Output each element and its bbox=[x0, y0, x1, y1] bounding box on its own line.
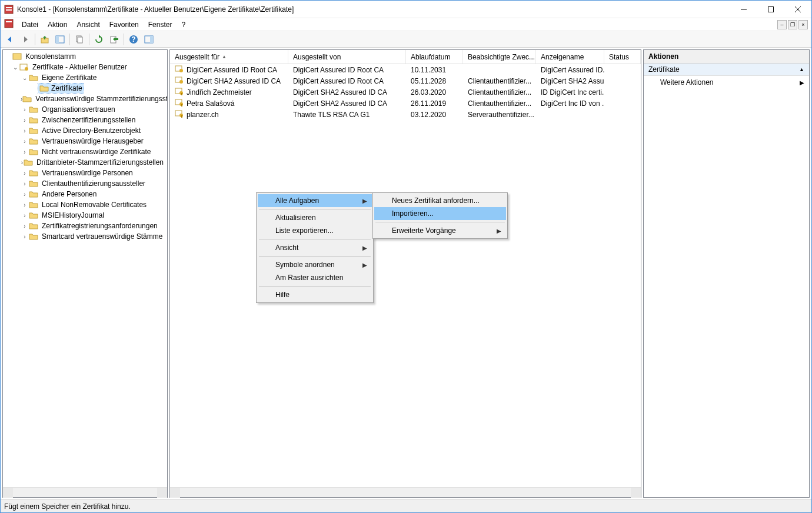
tree-item[interactable]: ›Vertrauenswürdige Personen bbox=[3, 168, 167, 178]
tree-item[interactable]: ›Vertrauenswürdige Herausgeber bbox=[3, 136, 167, 146]
minimize-button[interactable] bbox=[730, 1, 757, 18]
list-hscrollbar[interactable] bbox=[170, 487, 641, 497]
cell-text: Clientauthentifizier... bbox=[463, 77, 536, 85]
col-displayname[interactable]: Anzeigename bbox=[536, 50, 604, 64]
tree-toggle[interactable]: › bbox=[21, 106, 29, 113]
tree-item[interactable]: ›Organisationsvertrauen bbox=[3, 104, 167, 115]
tree-item[interactable]: ›Andere Personen bbox=[3, 189, 167, 199]
actions-more[interactable]: Weitere Aktionen ▶ bbox=[644, 76, 809, 89]
list-row[interactable]: DigiCert Assured ID Root CADigiCert Assu… bbox=[170, 64, 641, 75]
menu-aktion[interactable]: Aktion bbox=[43, 19, 72, 30]
tree[interactable]: Konsolenstamm ⌄ Zertifikate - Aktueller … bbox=[3, 50, 167, 487]
tree-toggle[interactable]: › bbox=[21, 170, 29, 176]
menu-item[interactable]: Liste exportieren... bbox=[258, 224, 372, 237]
menu-item[interactable]: Erweiterte Vorgänge▶ bbox=[374, 224, 506, 237]
tree-hscrollbar[interactable] bbox=[3, 487, 167, 497]
menu-favoriten[interactable]: Favoriten bbox=[105, 19, 144, 30]
show-hide-action-button[interactable] bbox=[142, 32, 156, 46]
menu-fenster[interactable]: Fenster bbox=[144, 19, 177, 30]
submenu-arrow-icon: ▶ bbox=[362, 198, 367, 204]
menu-item[interactable]: Importieren... bbox=[374, 207, 506, 220]
tree-toggle[interactable]: › bbox=[21, 234, 29, 240]
menu-item[interactable]: Alle Aufgaben▶ bbox=[258, 194, 372, 207]
menu-item[interactable]: Ansicht▶ bbox=[258, 241, 372, 254]
menu-item[interactable]: Neues Zertifikat anfordern... bbox=[374, 194, 506, 207]
menu-item[interactable]: Symbole anordnen▶ bbox=[258, 258, 372, 271]
svg-point-21 bbox=[25, 67, 28, 71]
context-submenu: Neues Zertifikat anfordern...Importieren… bbox=[372, 192, 508, 239]
tree-item[interactable]: ›Smartcard vertrauenswürdige Stämme bbox=[3, 231, 167, 242]
col-status[interactable]: Status bbox=[604, 50, 641, 64]
tree-item[interactable]: ›Nicht vertrauenswürdige Zertifikate bbox=[3, 146, 167, 157]
folder-open-icon bbox=[29, 73, 38, 82]
svg-rect-13 bbox=[78, 37, 82, 43]
menu-datei[interactable]: Datei bbox=[17, 19, 43, 30]
show-hide-tree-button[interactable] bbox=[53, 32, 67, 46]
menu-item-label: Neues Zertifikat anfordern... bbox=[392, 196, 480, 205]
menu-item-label: Liste exportieren... bbox=[275, 226, 334, 235]
tree-toggle[interactable]: › bbox=[21, 191, 29, 198]
up-button[interactable] bbox=[38, 32, 52, 46]
tree-toggle[interactable]: › bbox=[21, 149, 29, 155]
export-button[interactable] bbox=[107, 32, 121, 46]
svg-rect-4 bbox=[768, 6, 774, 12]
tree-toggle[interactable]: › bbox=[21, 202, 29, 208]
tree-label: Smartcard vertrauenswürdige Stämme bbox=[42, 232, 162, 241]
tree-zertifikate[interactable]: Zertifikate bbox=[3, 83, 167, 94]
menu-help[interactable]: ? bbox=[177, 19, 190, 30]
tree-root[interactable]: Konsolenstamm bbox=[3, 51, 167, 62]
tree-toggle[interactable]: › bbox=[21, 212, 29, 219]
tree-item[interactable]: ›Zertifikatregistrierungsanforderungen bbox=[3, 221, 167, 231]
list-row[interactable]: planzer.chThawte TLS RSA CA G103.12.2020… bbox=[170, 109, 641, 120]
list-row[interactable]: Jindřich ZechmeisterDigiCert SHA2 Assure… bbox=[170, 86, 641, 98]
tree-panel: Konsolenstamm ⌄ Zertifikate - Aktueller … bbox=[2, 49, 168, 498]
tree-toggle[interactable]: › bbox=[21, 138, 29, 145]
col-issued-by[interactable]: Ausgestellt von bbox=[288, 50, 406, 64]
mdi-close[interactable]: × bbox=[798, 20, 808, 29]
menu-ansicht[interactable]: Ansicht bbox=[72, 19, 104, 30]
tree-toggle[interactable]: › bbox=[21, 181, 29, 187]
mdi-restore[interactable]: ❐ bbox=[788, 20, 797, 29]
help-button[interactable]: ? bbox=[127, 32, 141, 46]
menu-item[interactable]: Aktualisieren bbox=[258, 211, 372, 224]
tree-item[interactable]: ›Clientauthentifizierungsaussteller bbox=[3, 178, 167, 189]
cert-icon bbox=[175, 98, 184, 109]
mdi-controls: – ❐ × bbox=[777, 20, 808, 29]
mdi-minimize[interactable]: – bbox=[777, 20, 787, 29]
tree-cert-user[interactable]: ⌄ Zertifikate - Aktueller Benutzer bbox=[3, 62, 167, 72]
tree-item[interactable]: ›MSIEHistoryJournal bbox=[3, 210, 167, 221]
menu-item[interactable]: Am Raster ausrichten bbox=[258, 271, 372, 284]
tree-item[interactable]: ›Drittanbieter-Stammzertifizierungsstell… bbox=[3, 157, 167, 168]
list-row[interactable]: Petra SalašováDigiCert SHA2 Assured ID C… bbox=[170, 98, 641, 109]
refresh-button[interactable] bbox=[92, 32, 106, 46]
col-expiry[interactable]: Ablaufdatum bbox=[406, 50, 463, 64]
list-panel: Ausgestellt für▲ Ausgestellt von Ablaufd… bbox=[169, 49, 641, 498]
tree-toggle[interactable]: › bbox=[21, 117, 29, 124]
tree-item[interactable]: ›Vertrauenswürdige Stammzertifizierungss… bbox=[3, 94, 167, 104]
tree-own[interactable]: ⌄ Eigene Zertifikate bbox=[3, 72, 167, 83]
forward-button[interactable] bbox=[18, 32, 32, 46]
tree-toggle[interactable]: ⌄ bbox=[21, 75, 29, 81]
maximize-button[interactable] bbox=[757, 1, 784, 18]
sort-asc-icon: ▲ bbox=[222, 54, 227, 59]
tree-item[interactable]: ›Local NonRemovable Certificates bbox=[3, 199, 167, 210]
folder-icon bbox=[29, 147, 38, 156]
actions-group[interactable]: Zertifikate ▲ bbox=[644, 64, 809, 76]
tree-toggle[interactable]: ⌄ bbox=[11, 64, 19, 71]
cell-text: Jindřich Zechmeister bbox=[187, 88, 252, 96]
tree-item[interactable]: ›Zwischenzertifizierungsstellen bbox=[3, 115, 167, 125]
tree-label: Andere Personen bbox=[42, 190, 96, 198]
tree-toggle[interactable]: › bbox=[21, 223, 29, 229]
tree-item[interactable]: ›Active Directory-Benutzerobjekt bbox=[3, 125, 167, 136]
tree-toggle[interactable]: › bbox=[21, 128, 29, 134]
copy-button[interactable] bbox=[72, 32, 86, 46]
col-purpose[interactable]: Beabsichtigte Zwec... bbox=[463, 50, 536, 64]
col-issued-for[interactable]: Ausgestellt für▲ bbox=[170, 50, 288, 64]
tree-label: Zwischenzertifizierungsstellen bbox=[42, 116, 135, 124]
close-button[interactable] bbox=[784, 1, 811, 18]
back-button[interactable] bbox=[3, 32, 17, 46]
list-row[interactable]: DigiCert SHA2 Assured ID CADigiCert Assu… bbox=[170, 75, 641, 86]
list-body[interactable]: DigiCert Assured ID Root CADigiCert Assu… bbox=[170, 64, 641, 487]
folder-icon bbox=[29, 232, 38, 241]
menu-item[interactable]: Hilfe bbox=[258, 288, 372, 301]
